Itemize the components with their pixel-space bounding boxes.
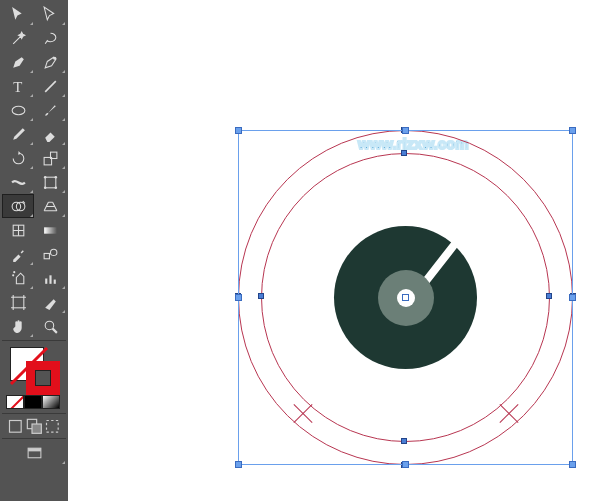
rectangle-tool[interactable] — [2, 98, 34, 122]
selection-tool[interactable] — [2, 2, 34, 26]
eraser-tool[interactable] — [34, 122, 66, 146]
bbox-handle[interactable] — [402, 127, 409, 134]
svg-point-0 — [53, 56, 56, 59]
svg-point-16 — [50, 249, 56, 255]
swatch-none[interactable] — [6, 395, 24, 409]
pen-tool[interactable] — [2, 50, 34, 74]
slice-tool[interactable] — [34, 290, 66, 314]
svg-point-7 — [43, 175, 46, 178]
swatch-color[interactable] — [24, 395, 42, 409]
canvas-area[interactable]: www.rjzxw.com — [68, 0, 592, 501]
svg-text:T: T — [13, 78, 22, 94]
draw-behind[interactable] — [25, 416, 44, 436]
curvature-tool[interactable] — [34, 50, 66, 74]
tools-panel: T — [0, 0, 68, 501]
draw-normal[interactable] — [6, 416, 25, 436]
perspective-grid-tool[interactable] — [34, 194, 66, 218]
svg-rect-31 — [28, 448, 41, 451]
mesh-tool[interactable] — [2, 218, 34, 242]
bbox-handle[interactable] — [235, 127, 242, 134]
svg-rect-28 — [32, 424, 41, 433]
zoom-tool[interactable] — [34, 314, 66, 338]
svg-rect-6 — [45, 177, 56, 188]
svg-rect-15 — [44, 253, 49, 258]
gradient-tool[interactable] — [34, 218, 66, 242]
svg-rect-29 — [47, 420, 59, 432]
svg-rect-26 — [10, 420, 22, 432]
paintbrush-tool[interactable] — [34, 98, 66, 122]
line-segment-tool[interactable] — [34, 74, 66, 98]
svg-point-3 — [12, 106, 25, 115]
width-tool[interactable] — [2, 170, 34, 194]
svg-rect-19 — [45, 278, 47, 283]
bbox-handle[interactable] — [569, 461, 576, 468]
hand-tool[interactable] — [2, 314, 34, 338]
svg-line-2 — [45, 81, 56, 92]
screen-mode[interactable] — [2, 441, 66, 465]
swatch-gradient[interactable] — [42, 395, 60, 409]
fill-stroke-swatch[interactable] — [2, 343, 66, 395]
svg-point-18 — [13, 271, 15, 273]
bbox-handle[interactable] — [569, 127, 576, 134]
symbol-sprayer-tool[interactable] — [2, 266, 34, 290]
svg-point-23 — [45, 321, 54, 330]
shape-builder-tool[interactable] — [2, 194, 34, 218]
eyedropper-tool[interactable] — [2, 242, 34, 266]
pencil-tool[interactable] — [2, 122, 34, 146]
bbox-handle[interactable] — [402, 461, 409, 468]
column-graph-tool[interactable] — [34, 266, 66, 290]
svg-point-10 — [54, 186, 57, 189]
scale-tool[interactable] — [34, 146, 66, 170]
color-mode-row — [2, 395, 66, 411]
svg-rect-21 — [53, 279, 55, 283]
svg-rect-20 — [49, 275, 51, 284]
bbox-handle[interactable] — [569, 294, 576, 301]
screen-mode-row — [2, 416, 66, 436]
svg-rect-22 — [13, 297, 24, 308]
stroke-swatch[interactable] — [26, 361, 60, 395]
rotate-tool[interactable] — [2, 146, 34, 170]
bbox-center-handle[interactable] — [402, 294, 409, 301]
lasso-tool[interactable] — [34, 26, 66, 50]
blend-tool[interactable] — [34, 242, 66, 266]
selection-bounding-box[interactable] — [238, 130, 573, 465]
svg-rect-14 — [44, 227, 57, 233]
magic-wand-tool[interactable] — [2, 26, 34, 50]
bbox-handle[interactable] — [235, 461, 242, 468]
svg-point-8 — [54, 175, 57, 178]
draw-inside[interactable] — [43, 416, 62, 436]
svg-line-24 — [52, 328, 56, 332]
artboard-tool[interactable] — [2, 290, 34, 314]
direct-selection-tool[interactable] — [34, 2, 66, 26]
bbox-handle[interactable] — [235, 294, 242, 301]
type-tool[interactable]: T — [2, 74, 34, 98]
svg-point-17 — [12, 274, 14, 276]
free-transform-tool[interactable] — [34, 170, 66, 194]
svg-point-9 — [43, 186, 46, 189]
